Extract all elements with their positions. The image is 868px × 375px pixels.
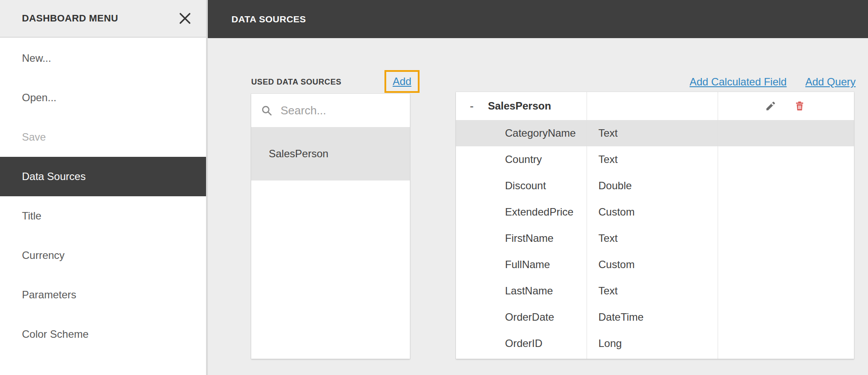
close-icon[interactable] [177,11,193,26]
field-type: Text [598,232,618,244]
sidebar-item-label: Color Scheme [22,328,89,340]
data-source-fields-panel: - SalesPerson CategoryName T [456,92,854,359]
field-name: LastName [505,285,553,297]
data-source-title: SalesPerson [488,100,551,112]
field-row[interactable]: CategoryName Text [456,120,854,146]
field-row[interactable]: FirstName Text [456,225,854,251]
sidebar-title: DASHBOARD MENU [22,13,118,24]
add-highlight-box: Add [384,70,420,93]
sidebar-item-label: Parameters [22,289,76,301]
field-name: CategoryName [505,127,576,139]
field-row[interactable]: Discount Double [456,173,854,199]
field-type: Long [598,337,622,350]
search-input[interactable] [280,103,391,118]
field-name: Discount [505,180,546,192]
collapse-toggle[interactable]: - [467,99,476,113]
dashboard-menu-sidebar: DASHBOARD MENU New... Open... Save Data … [0,0,208,375]
field-type: Text [598,127,618,139]
sidebar-item-label: Currency [22,249,64,262]
used-data-sources-label: USED DATA SOURCES [251,78,342,87]
field-name: OrderDate [505,311,554,323]
sidebar-item-new[interactable]: New... [0,39,206,78]
data-source-name: SalesPerson [269,148,328,160]
search-icon [261,105,273,117]
field-row[interactable]: OrderID Long [456,330,854,357]
sidebar-menu: New... Open... Save Data Sources Title C… [0,39,206,354]
field-row[interactable]: FullName Custom [456,251,854,278]
add-data-source-link[interactable]: Add [393,75,412,88]
field-type: Text [598,285,618,297]
sidebar-item-color-scheme[interactable]: Color Scheme [0,315,206,354]
field-name: Country [505,153,542,166]
edit-pencil-icon[interactable] [764,99,777,113]
add-query-link[interactable]: Add Query [805,76,856,88]
field-type: Custom [598,206,635,218]
field-row[interactable]: LastName Text [456,278,854,304]
sidebar-header: DASHBOARD MENU [0,0,206,38]
sidebar-item-currency[interactable]: Currency [0,236,206,275]
sidebar-item-title[interactable]: Title [0,196,206,236]
sidebar-item-parameters[interactable]: Parameters [0,275,206,315]
delete-trash-icon[interactable] [793,99,806,113]
sidebar-item-data-sources[interactable]: Data Sources [0,157,206,196]
add-calculated-field-link[interactable]: Add Calculated Field [690,76,786,88]
data-source-list-item-salesperson[interactable]: SalesPerson [251,127,410,180]
page-title: DATA SOURCES [231,14,306,25]
field-row[interactable]: Country Text [456,146,854,173]
search-box [251,94,410,127]
field-row[interactable]: OrderDate DateTime [456,304,854,330]
field-name: FullName [505,258,550,271]
field-row[interactable]: ExtendedPrice Custom [456,199,854,225]
page-header-bar: DATA SOURCES [208,0,868,38]
sidebar-item-save: Save [0,117,206,157]
field-type: Text [598,153,618,166]
field-name: FirstName [505,232,554,244]
sidebar-item-open[interactable]: Open... [0,78,206,117]
sidebar-item-label: Save [22,131,46,143]
sidebar-item-label: Open... [22,92,57,104]
field-name: OrderID [505,337,542,350]
column-divider [718,92,718,359]
sidebar-item-label: New... [22,52,51,64]
used-data-sources-panel: SalesPerson [251,94,410,359]
fields-table-header: - SalesPerson [456,92,854,120]
column-divider [587,92,587,359]
sidebar-item-label: Data Sources [22,170,85,183]
field-type: Double [598,180,632,192]
field-type: DateTime [598,311,644,323]
field-name: ExtendedPrice [505,206,573,218]
field-type: Custom [598,258,635,271]
sidebar-item-label: Title [22,210,41,222]
